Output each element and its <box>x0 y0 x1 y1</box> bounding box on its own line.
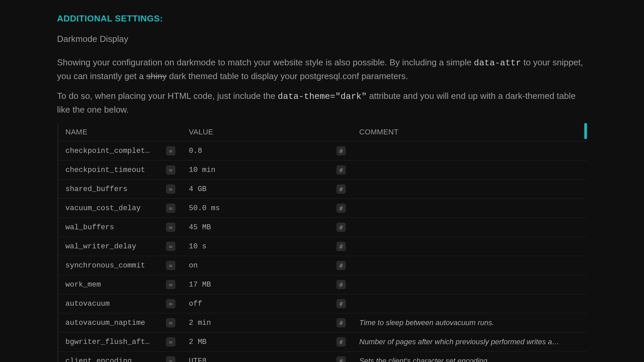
hash-icon: # <box>336 146 346 156</box>
config-name: client_encoding <box>59 352 159 362</box>
config-value: on <box>182 256 330 275</box>
description-text: dark themed table to display your postgr… <box>167 71 408 81</box>
hash-icon: # <box>336 165 346 175</box>
table-row: shared_buffers=4 GB# <box>59 180 587 199</box>
equals-icon: = <box>166 165 175 175</box>
config-value: UTF8 <box>182 352 330 362</box>
equals-cell: = <box>159 294 182 313</box>
equals-icon: = <box>166 223 175 232</box>
scrollbar-thumb[interactable] <box>584 123 587 139</box>
config-name: autovacuum <box>59 294 159 313</box>
description-paragraph-2: To do so, when placing your HTML code, j… <box>57 89 587 116</box>
hash-icon: # <box>336 356 346 362</box>
inline-code: data-theme="dark" <box>278 92 367 102</box>
config-comment <box>353 180 587 199</box>
hash-icon: # <box>336 337 346 347</box>
config-name: work_mem <box>59 275 159 294</box>
config-comment: Sets the client's character set encoding… <box>353 352 587 362</box>
table-row: client_encoding=UTF8#Sets the client's c… <box>59 352 587 362</box>
config-name: shared_buffers <box>59 180 159 199</box>
equals-icon: = <box>166 146 175 156</box>
equals-cell: = <box>159 141 182 161</box>
config-comment <box>353 199 587 218</box>
table-row: checkpoint_completion_t…=0.8# <box>59 141 587 161</box>
hash-cell: # <box>330 161 353 180</box>
equals-icon: = <box>166 356 175 362</box>
table-row: autovacuum_naptime=2 min#Time to sleep b… <box>59 313 587 333</box>
equals-cell: = <box>159 180 182 199</box>
hash-cell: # <box>330 141 353 161</box>
config-name: checkpoint_completion_t… <box>59 141 159 161</box>
equals-cell: = <box>159 275 182 294</box>
hash-icon: # <box>336 242 346 251</box>
section-header: ADDITIONAL SETTINGS: <box>57 13 587 24</box>
description-text: Showing your configuration on darkmode t… <box>57 57 474 67</box>
table-row: wal_buffers=45 MB# <box>59 218 587 237</box>
equals-cell: = <box>159 333 182 352</box>
table-row: synchronous_commit=on# <box>59 256 587 275</box>
hash-cell: # <box>330 352 353 362</box>
config-value: 45 MB <box>182 218 330 237</box>
equals-cell: = <box>159 256 182 275</box>
hash-icon: # <box>336 184 346 194</box>
hash-icon: # <box>336 261 346 270</box>
equals-icon: = <box>166 337 175 347</box>
equals-cell: = <box>159 237 182 256</box>
table-row: wal_writer_delay=10 s# <box>59 237 587 256</box>
config-comment: Time to sleep between autovacuum runs. <box>353 313 587 333</box>
config-value: 17 MB <box>182 275 330 294</box>
config-comment <box>353 161 587 180</box>
hash-cell: # <box>330 333 353 352</box>
config-name: wal_buffers <box>59 218 159 237</box>
config-table-wrapper: NAME VALUE COMMENT checkpoint_completion… <box>57 123 587 362</box>
hash-cell: # <box>330 256 353 275</box>
description-paragraph-1: Showing your configuration on darkmode t… <box>57 56 587 83</box>
table-row: vacuum_cost_delay=50.0 ms# <box>59 199 587 218</box>
hash-icon: # <box>336 318 346 327</box>
config-value: off <box>182 294 330 313</box>
equals-icon: = <box>166 203 175 213</box>
config-name: checkpoint_timeout <box>59 161 159 180</box>
config-name: autovacuum_naptime <box>59 313 159 333</box>
config-value: 10 s <box>182 237 330 256</box>
equals-icon: = <box>166 280 175 289</box>
table-row: autovacuum=off# <box>59 294 587 313</box>
equals-cell: = <box>159 218 182 237</box>
config-name: wal_writer_delay <box>59 237 159 256</box>
hash-icon: # <box>336 299 346 308</box>
equals-cell: = <box>159 352 182 362</box>
hash-icon: # <box>336 280 346 289</box>
table-row: work_mem=17 MB# <box>59 275 587 294</box>
hash-cell: # <box>330 275 353 294</box>
config-comment <box>353 256 587 275</box>
column-header-name: NAME <box>59 123 159 141</box>
equals-icon: = <box>166 242 175 251</box>
hash-icon: # <box>336 203 346 213</box>
config-comment: Number of pages after which previously p… <box>353 333 587 352</box>
column-header-hash <box>330 123 353 141</box>
section-subtitle: Darkmode Display <box>57 34 587 44</box>
hash-icon: # <box>336 223 346 232</box>
hash-cell: # <box>330 294 353 313</box>
table-row: bgwriter_flush_after=2 MB#Number of page… <box>59 333 587 352</box>
config-name: synchronous_commit <box>59 256 159 275</box>
description-text: To do so, when placing your HTML code, j… <box>57 91 278 101</box>
equals-icon: = <box>166 184 175 194</box>
config-value: 50.0 ms <box>182 199 330 218</box>
config-name: vacuum_cost_delay <box>59 199 159 218</box>
config-value: 4 GB <box>182 180 330 199</box>
hash-cell: # <box>330 218 353 237</box>
config-comment <box>353 218 587 237</box>
column-header-value: VALUE <box>182 123 330 141</box>
equals-cell: = <box>159 313 182 333</box>
config-value: 10 min <box>182 161 330 180</box>
column-header-comment: COMMENT <box>353 123 587 141</box>
config-value: 2 min <box>182 313 330 333</box>
column-header-eq <box>159 123 182 141</box>
equals-icon: = <box>166 318 175 327</box>
equals-icon: = <box>166 261 175 270</box>
config-comment <box>353 275 587 294</box>
config-name: bgwriter_flush_after <box>59 333 159 352</box>
hash-cell: # <box>330 199 353 218</box>
equals-cell: = <box>159 161 182 180</box>
